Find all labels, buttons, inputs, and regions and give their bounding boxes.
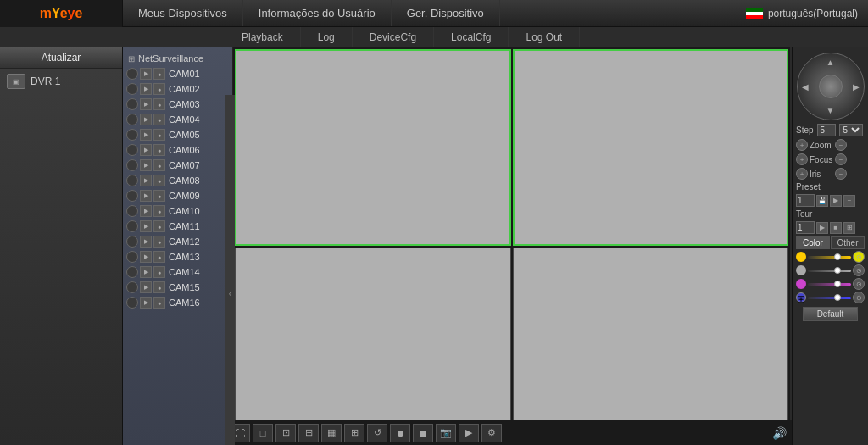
tour-stop-button[interactable]: ■: [830, 222, 842, 234]
ptz-down-arrow[interactable]: ▼: [826, 106, 835, 115]
channel-item-8[interactable]: ▶ ● CAM08: [123, 173, 232, 188]
subnav-localcfg[interactable]: LocalCfg: [434, 27, 509, 47]
ch-rec-7[interactable]: ●: [153, 159, 165, 171]
nav-ger-device[interactable]: Ger. Dispositivo: [392, 0, 500, 26]
ch-play-16[interactable]: ▶: [140, 297, 152, 309]
iris-plus-button[interactable]: +: [796, 168, 808, 180]
tour-input[interactable]: [796, 221, 815, 234]
subnav-playback[interactable]: Playback: [225, 27, 301, 47]
tb-refresh-button[interactable]: ↺: [367, 424, 387, 442]
brightness-btn[interactable]: ⊙: [853, 251, 865, 263]
saturation-slider[interactable]: [808, 283, 851, 286]
subnav-log[interactable]: Log: [301, 27, 353, 47]
video-cell-1[interactable]: [235, 49, 511, 246]
tour-play-button[interactable]: ▶: [816, 222, 828, 234]
saturation-btn[interactable]: ⊙: [853, 278, 865, 290]
ch-play-8[interactable]: ▶: [140, 175, 152, 186]
focus-minus-button[interactable]: −: [835, 153, 847, 165]
ch-play-10[interactable]: ▶: [140, 205, 152, 217]
hue-btn[interactable]: ⊙: [853, 292, 865, 303]
contrast-slider[interactable]: [808, 270, 851, 272]
tb-playback-button[interactable]: ▶: [459, 424, 479, 442]
tb-single-view-button[interactable]: □: [253, 424, 273, 442]
subnav-logout[interactable]: Log Out: [509, 27, 580, 47]
tb-settings-button[interactable]: ⚙: [481, 424, 502, 442]
channel-item-4[interactable]: ▶ ● CAM04: [123, 112, 232, 127]
hue-slider[interactable]: [808, 297, 851, 299]
video-cell-2[interactable]: [513, 49, 789, 246]
subnav-devicecfg[interactable]: DeviceCfg: [353, 27, 434, 47]
collapse-handle[interactable]: ‹: [225, 95, 235, 445]
tb-16view-button[interactable]: ⊞: [344, 424, 364, 442]
channel-item-7[interactable]: ▶ ● CAM07: [123, 158, 232, 173]
video-cell-3[interactable]: [235, 248, 511, 444]
ch-rec-3[interactable]: ●: [153, 98, 165, 110]
ch-rec-1[interactable]: ●: [153, 68, 165, 80]
other-tab[interactable]: Other: [831, 236, 865, 249]
ch-rec-13[interactable]: ●: [153, 251, 165, 263]
ch-play-5[interactable]: ▶: [140, 129, 152, 141]
channel-item-16[interactable]: ▶ ● CAM16: [123, 295, 232, 310]
ch-play-2[interactable]: ▶: [140, 83, 152, 95]
iris-minus-button[interactable]: −: [835, 168, 847, 180]
update-button[interactable]: Atualizar: [0, 47, 122, 69]
ch-rec-9[interactable]: ●: [153, 190, 165, 202]
preset-go-button[interactable]: ▶: [830, 195, 842, 207]
ch-rec-16[interactable]: ●: [153, 297, 165, 309]
channel-item-1[interactable]: ▶ ● CAM01: [123, 66, 232, 81]
ch-rec-6[interactable]: ●: [153, 144, 165, 156]
channel-item-11[interactable]: ▶ ● CAM11: [123, 219, 232, 234]
ptz-up-arrow[interactable]: ▲: [826, 58, 835, 67]
ch-play-6[interactable]: ▶: [140, 144, 152, 156]
ch-play-15[interactable]: ▶: [140, 281, 152, 293]
preset-input[interactable]: [796, 194, 815, 207]
tb-quad-view-button[interactable]: ⊡: [275, 424, 296, 442]
channel-item-12[interactable]: ▶ ● CAM12: [123, 234, 232, 249]
preset-del-button[interactable]: −: [843, 195, 855, 207]
ch-play-3[interactable]: ▶: [140, 98, 152, 110]
ch-play-11[interactable]: ▶: [140, 220, 152, 232]
color-tab[interactable]: Color: [796, 236, 830, 249]
ch-rec-4[interactable]: ●: [153, 114, 165, 125]
preset-save-button[interactable]: 💾: [816, 195, 828, 207]
ch-rec-12[interactable]: ●: [153, 236, 165, 248]
step-dropdown[interactable]: 5138: [839, 124, 863, 136]
channel-item-2[interactable]: ▶ ● CAM02: [123, 81, 232, 97]
ptz-center-button[interactable]: [819, 75, 843, 98]
language-selector[interactable]: português(Portugal): [736, 8, 868, 19]
ch-rec-14[interactable]: ●: [153, 266, 165, 278]
channel-item-10[interactable]: ▶ ● CAM10: [123, 203, 232, 219]
tb-6view-button[interactable]: ⊟: [298, 424, 319, 442]
ch-play-1[interactable]: ▶: [140, 68, 152, 80]
channel-item-13[interactable]: ▶ ● CAM13: [123, 249, 232, 264]
channel-item-15[interactable]: ▶ ● CAM15: [123, 280, 232, 295]
video-cell-4[interactable]: [513, 248, 789, 444]
ptz-joystick[interactable]: ▲ ▼ ◀ ▶: [797, 53, 865, 120]
tour-grid-button[interactable]: ⊞: [843, 222, 855, 234]
ch-play-7[interactable]: ▶: [140, 159, 152, 171]
ch-play-4[interactable]: ▶: [140, 114, 152, 125]
zoom-plus-button[interactable]: +: [796, 139, 808, 151]
channel-item-3[interactable]: ▶ ● CAM03: [123, 97, 232, 112]
channel-item-14[interactable]: ▶ ● CAM14: [123, 264, 232, 280]
dvr-item[interactable]: ▣ DVR 1: [0, 69, 122, 94]
ch-rec-8[interactable]: ●: [153, 175, 165, 186]
default-button[interactable]: Default: [803, 307, 858, 321]
volume-button[interactable]: 🔊: [772, 426, 787, 440]
brightness-slider[interactable]: [808, 256, 851, 259]
nav-user-info[interactable]: Informações do Usuário: [243, 0, 392, 26]
ch-rec-2[interactable]: ●: [153, 83, 165, 95]
ch-play-9[interactable]: ▶: [140, 190, 152, 202]
tb-record-stop-button[interactable]: ⏹: [413, 424, 433, 442]
zoom-minus-button[interactable]: −: [835, 139, 847, 151]
ch-play-12[interactable]: ▶: [140, 236, 152, 248]
channel-item-6[interactable]: ▶ ● CAM06: [123, 142, 232, 158]
focus-plus-button[interactable]: +: [796, 153, 808, 165]
channel-item-5[interactable]: ▶ ● CAM05: [123, 127, 232, 142]
ch-play-13[interactable]: ▶: [140, 251, 152, 263]
nav-my-devices[interactable]: Meus Dispositivos: [123, 0, 243, 26]
ch-rec-5[interactable]: ●: [153, 129, 165, 141]
step-input[interactable]: [817, 124, 836, 136]
ptz-left-arrow[interactable]: ◀: [802, 82, 809, 92]
ch-rec-15[interactable]: ●: [153, 281, 165, 293]
